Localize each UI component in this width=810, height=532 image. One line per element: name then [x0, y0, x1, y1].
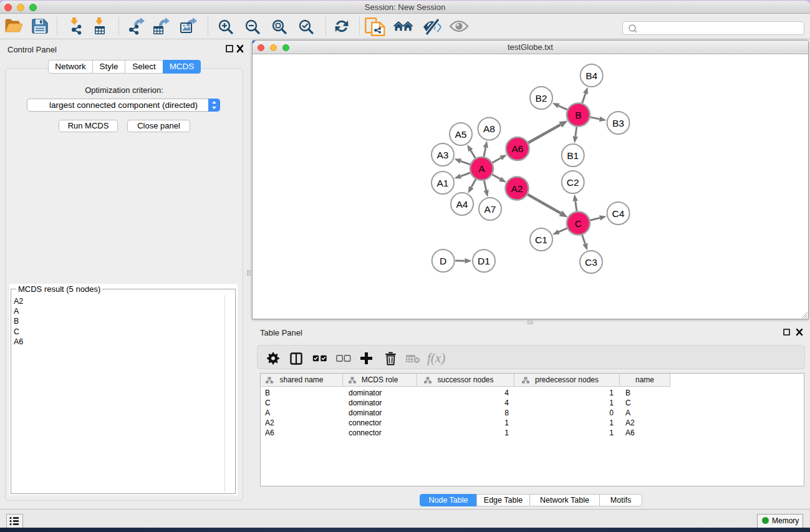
svg-text:A5: A5 — [455, 129, 467, 140]
svg-text:B4: B4 — [586, 70, 597, 81]
svg-text:A7: A7 — [485, 204, 496, 215]
svg-text:A1: A1 — [437, 178, 449, 188]
svg-text:C4: C4 — [612, 208, 625, 219]
svg-text:B1: B1 — [567, 150, 579, 161]
svg-text:C: C — [575, 218, 582, 229]
svg-text:C3: C3 — [585, 257, 597, 268]
svg-text:B3: B3 — [612, 118, 624, 128]
svg-text:D: D — [440, 256, 446, 266]
svg-text:C2: C2 — [567, 177, 579, 188]
svg-text:B: B — [575, 110, 581, 120]
svg-text:A3: A3 — [437, 150, 449, 160]
svg-text:A8: A8 — [483, 123, 495, 134]
svg-text:A6: A6 — [512, 143, 524, 154]
svg-text:C1: C1 — [535, 235, 547, 245]
svg-text:B2: B2 — [536, 93, 547, 104]
svg-text:A4: A4 — [456, 199, 468, 210]
svg-text:A: A — [478, 163, 485, 174]
svg-text:A2: A2 — [511, 183, 523, 194]
svg-text:D1: D1 — [478, 256, 490, 266]
